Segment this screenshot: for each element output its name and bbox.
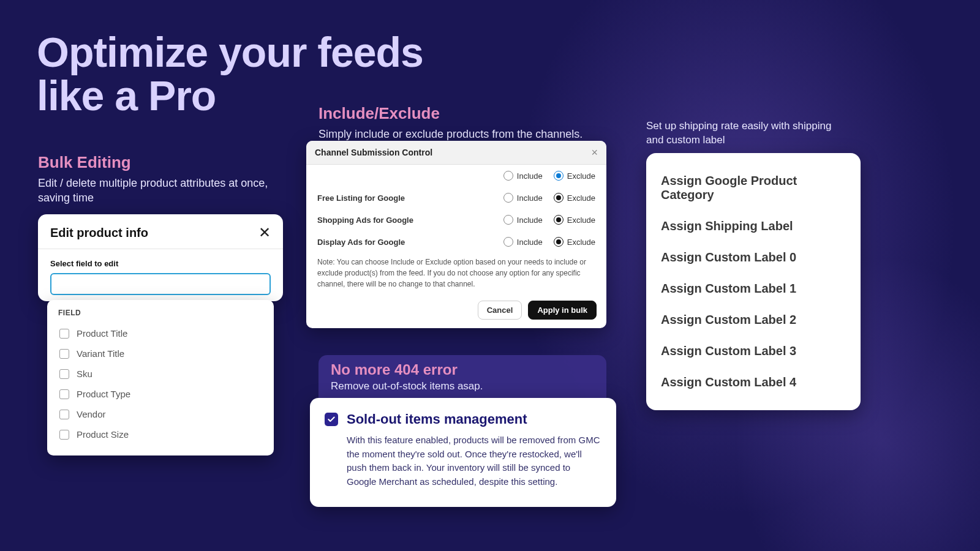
channel-submission-title: Channel Submission Control (315, 148, 432, 157)
channel-submission-card: Channel Submission Control × . Include E… (306, 141, 606, 328)
checkbox-icon (59, 430, 69, 440)
checkbox-icon (59, 389, 69, 399)
field-option-label: Product Size (77, 429, 129, 440)
bulk-editing-header: Bulk Editing Edit / delete multiple prod… (38, 153, 283, 206)
cancel-button[interactable]: Cancel (478, 301, 522, 320)
field-option[interactable]: Product Type (58, 384, 263, 404)
channel-name: Display Ads for Google (317, 238, 503, 247)
edit-product-info-title: Edit product info (50, 226, 148, 240)
checkbox-icon (59, 329, 69, 339)
assign-action-item[interactable]: Assign Google Product Category (661, 165, 846, 211)
exclude-radio[interactable]: Exclude (554, 215, 595, 225)
field-option-label: Vendor (77, 409, 106, 419)
assign-action-item[interactable]: Assign Shipping Label (661, 211, 846, 242)
channel-header-row: . Include Exclude (306, 165, 606, 187)
include-radio[interactable]: Include (503, 237, 543, 247)
channel-note: Note: You can choose Include or Exclude … (306, 253, 606, 297)
include-radio[interactable]: Include (503, 193, 543, 203)
field-option-label: Product Title (77, 328, 127, 339)
assign-action-item[interactable]: Assign Custom Label 2 (661, 304, 846, 335)
sold-out-items-card: Sold-out items management With this feat… (310, 398, 616, 507)
field-option[interactable]: Product Title (58, 323, 263, 343)
include-radio[interactable]: Include (503, 215, 543, 225)
sold-out-title: Sold-out items management (347, 411, 527, 427)
checkbox-icon (59, 349, 69, 359)
field-dropdown: FIELD Product TitleVariant TitleSkuProdu… (47, 300, 274, 455)
edit-product-info-card: Edit product info ✕ Select field to edit (38, 214, 283, 301)
assign-action-item[interactable]: Assign Custom Label 3 (661, 335, 846, 367)
close-icon[interactable]: × (591, 147, 598, 158)
channel-name: Shopping Ads for Google (317, 216, 503, 225)
exclude-radio[interactable]: Exclude (554, 193, 595, 203)
assign-actions-card: Assign Google Product CategoryAssign Shi… (646, 153, 861, 410)
checkbox-icon (59, 369, 69, 379)
field-option[interactable]: Variant Title (58, 343, 263, 364)
bulk-editing-title: Bulk Editing (38, 153, 283, 172)
exclude-radio[interactable]: Exclude (554, 237, 595, 247)
header-include-radio[interactable]: Include (503, 171, 543, 181)
hero-line-1: Optimize your feeds (37, 31, 423, 74)
include-exclude-subtitle: Simply include or exclude products from … (318, 127, 606, 141)
shipping-label-subtitle: Set up shipping rate easily with shippin… (646, 119, 848, 148)
channel-row: Free Listing for Google Include Exclude (306, 187, 606, 209)
assign-action-item[interactable]: Assign Custom Label 0 (661, 242, 846, 273)
channel-name: Free Listing for Google (317, 193, 503, 203)
checkbox-icon (59, 410, 69, 419)
channel-row: Shopping Ads for Google Include Exclude (306, 209, 606, 231)
sold-out-checkbox[interactable] (325, 413, 338, 426)
close-icon[interactable]: ✕ (258, 225, 271, 240)
field-option[interactable]: Sku (58, 364, 263, 384)
field-option-label: Product Type (77, 389, 130, 399)
field-option-label: Sku (77, 369, 92, 379)
assign-action-item[interactable]: Assign Custom Label 1 (661, 273, 846, 304)
channel-row: Display Ads for Google Include Exclude (306, 231, 606, 253)
include-exclude-title: Include/Exclude (318, 104, 606, 123)
no-more-404-title: No more 404 error (331, 361, 594, 378)
apply-in-bulk-button[interactable]: Apply in bulk (528, 301, 597, 320)
assign-action-item[interactable]: Assign Custom Label 4 (661, 367, 846, 398)
field-option[interactable]: Product Size (58, 424, 263, 444)
include-exclude-header: Include/Exclude Simply include or exclud… (318, 104, 606, 141)
shipping-label-header: Set up shipping rate easily with shippin… (646, 119, 848, 148)
select-field-input[interactable] (50, 273, 271, 295)
field-option[interactable]: Vendor (58, 404, 263, 424)
no-more-404-subtitle: Remove out-of-stock items asap. (331, 380, 594, 394)
bulk-editing-subtitle: Edit / delete multiple product attribute… (38, 176, 283, 206)
no-more-404-header: No more 404 error Remove out-of-stock it… (318, 355, 606, 402)
select-field-label: Select field to edit (50, 259, 271, 268)
field-option-label: Variant Title (77, 348, 124, 359)
field-dropdown-header: FIELD (58, 309, 263, 317)
header-exclude-radio[interactable]: Exclude (554, 171, 595, 181)
sold-out-description: With this feature enabled, products will… (347, 433, 601, 489)
check-icon (327, 415, 336, 424)
